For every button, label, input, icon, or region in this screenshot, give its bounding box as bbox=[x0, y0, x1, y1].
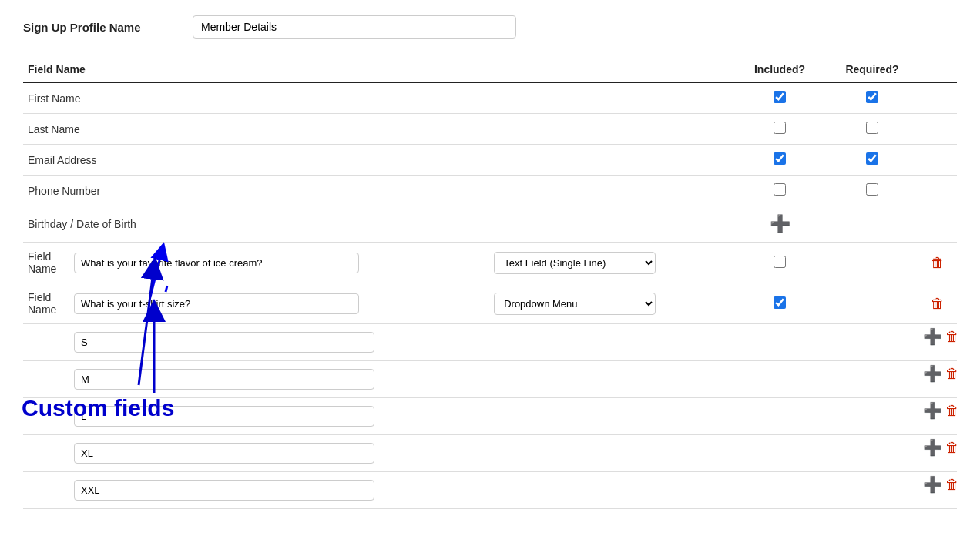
profile-name-row: Sign Up Profile Name bbox=[23, 15, 957, 39]
standard-field-name-2: Email Address bbox=[23, 145, 489, 176]
fields-table: Field Name Included? Required? First Nam… bbox=[23, 57, 957, 509]
option-actions-1-0: ➕ 🗑 bbox=[918, 324, 957, 349]
option-add-icon-1-2[interactable]: ➕ bbox=[923, 403, 942, 418]
custom-field-required-0 bbox=[826, 243, 918, 283]
option-delete-icon-1-3[interactable]: 🗑 bbox=[945, 441, 959, 454]
included-checkbox-2[interactable] bbox=[774, 152, 786, 165]
option-input-cell-1-1 bbox=[69, 361, 733, 398]
option-included-1-1 bbox=[733, 361, 826, 398]
standard-field-required-2[interactable] bbox=[826, 145, 918, 176]
custom-field-question-1[interactable] bbox=[74, 293, 359, 314]
custom-field-included-0[interactable] bbox=[733, 243, 826, 283]
custom-field-label-0: Field Name bbox=[23, 243, 69, 283]
required-checkbox-2[interactable] bbox=[866, 152, 878, 165]
option-input-1-0[interactable] bbox=[74, 332, 374, 353]
option-input-1-2[interactable] bbox=[74, 406, 374, 427]
custom-field-delete-1[interactable]: 🗑 bbox=[918, 283, 957, 324]
standard-field-name-1: Last Name bbox=[23, 114, 489, 145]
included-checkbox-0[interactable] bbox=[774, 91, 786, 103]
option-spacer-label-1-3 bbox=[23, 435, 69, 472]
option-input-cell-1-3 bbox=[69, 435, 733, 472]
option-actions-1-4: ➕ 🗑 bbox=[918, 472, 957, 497]
header-required: Required? bbox=[826, 57, 918, 82]
option-delete-icon-1-2[interactable]: 🗑 bbox=[945, 404, 959, 417]
standard-field-required-0[interactable] bbox=[826, 82, 918, 114]
custom-field-input-cell-1 bbox=[69, 283, 489, 324]
standard-field-required-1[interactable] bbox=[826, 114, 918, 145]
required-checkbox-0[interactable] bbox=[866, 91, 878, 103]
option-delete-icon-1-4[interactable]: 🗑 bbox=[945, 477, 959, 491]
option-included-1-3 bbox=[733, 435, 826, 472]
option-delete-icon-1-1[interactable]: 🗑 bbox=[945, 367, 959, 380]
option-required-1-1 bbox=[826, 361, 918, 398]
option-row-1-3: ➕ 🗑 bbox=[23, 435, 957, 472]
delete-icon-1[interactable]: 🗑 bbox=[931, 296, 945, 311]
included-checkbox-3[interactable] bbox=[774, 183, 786, 196]
included-checkbox-1[interactable] bbox=[774, 122, 786, 134]
add-circle-icon-4[interactable]: ➕ bbox=[770, 214, 790, 233]
custom-field-input-cell-0 bbox=[69, 243, 489, 283]
option-spacer-label-1-0 bbox=[23, 324, 69, 361]
profile-name-label: Sign Up Profile Name bbox=[23, 21, 177, 34]
option-row-1-0: ➕ 🗑 bbox=[23, 324, 957, 361]
custom-field-type-cell-0: Text Field (Single Line)Dropdown MenuChe… bbox=[489, 243, 733, 283]
option-actions-1-3: ➕ 🗑 bbox=[918, 435, 957, 460]
custom-field-type-cell-1: Text Field (Single Line)Dropdown MenuChe… bbox=[489, 283, 733, 324]
option-add-icon-1-1[interactable]: ➕ bbox=[923, 366, 942, 381]
main-container: Sign Up Profile Name Field Name Included… bbox=[23, 15, 957, 509]
delete-icon-0[interactable]: 🗑 bbox=[931, 255, 945, 270]
custom-field-type-select-1[interactable]: Text Field (Single Line)Dropdown MenuChe… bbox=[494, 293, 656, 315]
standard-field-row: Phone Number bbox=[23, 176, 957, 206]
standard-field-included-2[interactable] bbox=[733, 145, 826, 176]
header-spacer bbox=[489, 57, 733, 82]
option-spacer-label-1-4 bbox=[23, 472, 69, 509]
custom-field-question-0[interactable] bbox=[74, 253, 359, 273]
option-delete-icon-1-0[interactable]: 🗑 bbox=[945, 330, 959, 343]
option-input-1-3[interactable] bbox=[74, 443, 374, 464]
custom-included-checkbox-0[interactable] bbox=[774, 256, 786, 268]
table-header-row: Field Name Included? Required? bbox=[23, 57, 957, 82]
standard-field-row: First Name bbox=[23, 82, 957, 114]
standard-field-row: Birthday / Date of Birth ➕ bbox=[23, 206, 957, 243]
required-checkbox-1[interactable] bbox=[866, 122, 878, 134]
standard-field-delete-2 bbox=[918, 145, 957, 176]
option-input-cell-1-2 bbox=[69, 398, 733, 435]
option-row-1-1: ➕ 🗑 bbox=[23, 361, 957, 398]
option-input-cell-1-0 bbox=[69, 324, 733, 361]
option-add-icon-1-0[interactable]: ➕ bbox=[923, 329, 942, 344]
standard-field-spacer-0 bbox=[489, 82, 733, 114]
custom-field-delete-0[interactable]: 🗑 bbox=[918, 243, 957, 283]
standard-field-required-3[interactable] bbox=[826, 176, 918, 206]
required-checkbox-3[interactable] bbox=[866, 183, 878, 196]
option-row-1-2: ➕ 🗑 bbox=[23, 398, 957, 435]
standard-field-delete-3 bbox=[918, 176, 957, 206]
option-included-1-4 bbox=[733, 472, 826, 509]
profile-name-input[interactable] bbox=[193, 15, 516, 39]
standard-field-name-3: Phone Number bbox=[23, 176, 489, 206]
custom-field-included-1[interactable] bbox=[733, 283, 826, 324]
custom-field-type-select-0[interactable]: Text Field (Single Line)Dropdown MenuChe… bbox=[494, 252, 656, 274]
option-add-icon-1-4[interactable]: ➕ bbox=[923, 477, 942, 492]
standard-field-spacer-3 bbox=[489, 176, 733, 206]
standard-field-spacer-2 bbox=[489, 145, 733, 176]
standard-field-required-4[interactable] bbox=[826, 206, 918, 243]
custom-field-required-1 bbox=[826, 283, 918, 324]
custom-included-checkbox-1[interactable] bbox=[774, 296, 786, 309]
option-actions-1-2: ➕ 🗑 bbox=[918, 398, 957, 423]
standard-field-included-4[interactable]: ➕ bbox=[733, 206, 826, 243]
option-input-1-1[interactable] bbox=[74, 369, 374, 390]
option-required-1-0 bbox=[826, 324, 918, 361]
option-add-icon-1-3[interactable]: ➕ bbox=[923, 440, 942, 455]
option-spacer-label-1-1 bbox=[23, 361, 69, 398]
standard-field-delete-4 bbox=[918, 206, 957, 243]
option-required-1-2 bbox=[826, 398, 918, 435]
standard-field-included-1[interactable] bbox=[733, 114, 826, 145]
standard-field-row: Email Address bbox=[23, 145, 957, 176]
standard-field-included-3[interactable] bbox=[733, 176, 826, 206]
standard-field-name-0: First Name bbox=[23, 82, 489, 114]
standard-field-delete-1 bbox=[918, 114, 957, 145]
option-input-1-4[interactable] bbox=[74, 480, 374, 501]
standard-field-row: Last Name bbox=[23, 114, 957, 145]
option-included-1-0 bbox=[733, 324, 826, 361]
standard-field-included-0[interactable] bbox=[733, 82, 826, 114]
